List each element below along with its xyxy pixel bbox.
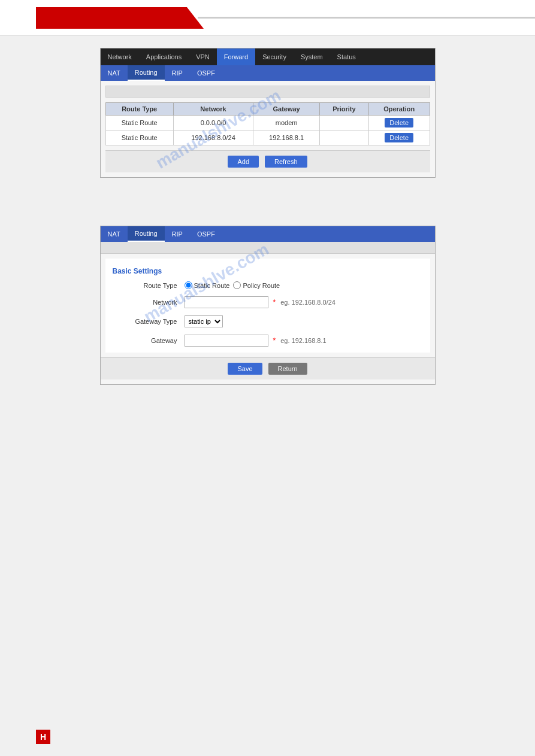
nav-security[interactable]: Security [255, 48, 294, 65]
refresh-button[interactable]: Refresh [265, 156, 307, 168]
gateway-hint: eg. 192.168.8.1 [280, 337, 326, 344]
nav-vpn[interactable]: VPN [189, 48, 217, 65]
add-route-panel: NAT Routing RIP OSPF Basic Settings Rout… [100, 226, 436, 385]
form-action-bar: Save Return [101, 357, 435, 379]
delete-button[interactable]: Delete [385, 118, 413, 127]
cell-operation: Delete [368, 130, 430, 145]
col-header-route-type: Route Type [105, 103, 173, 116]
panel-body: Route Type Network Gateway Priority Oper… [101, 81, 435, 177]
header [0, 0, 535, 36]
network-required: * [273, 298, 276, 306]
form-sub-navigation: NAT Routing RIP OSPF [101, 226, 435, 242]
cell-gateway: modem [253, 116, 320, 130]
routing-table-panel: Network Applications VPN Forward Securit… [100, 48, 436, 178]
radio-static-route-input[interactable] [185, 281, 192, 289]
radio-policy-route[interactable]: Policy Route [233, 281, 280, 289]
cell-network: 0.0.0.0/0 [173, 116, 253, 130]
subnav-routing[interactable]: Routing [128, 65, 165, 81]
return-button[interactable]: Return [268, 363, 307, 375]
cell-priority [319, 116, 368, 130]
route-table: Route Type Network Gateway Priority Oper… [105, 102, 430, 145]
form-row-route-type: Route Type Static Route Policy Route [105, 278, 430, 293]
add-button[interactable]: Add [228, 156, 259, 168]
nav-system[interactable]: System [294, 48, 330, 65]
form-section-title: Basic Settings [105, 261, 430, 278]
footer-logo: H [36, 730, 50, 744]
col-header-priority: Priority [319, 103, 368, 116]
label-route-type: Route Type [113, 282, 185, 289]
form-subnav-nat[interactable]: NAT [101, 226, 128, 242]
header-logo-bar [36, 7, 204, 29]
delete-button[interactable]: Delete [385, 133, 413, 142]
nav-status[interactable]: Status [330, 48, 363, 65]
nav-forward[interactable]: Forward [217, 48, 255, 65]
cell-route-type: Static Route [105, 130, 173, 145]
form-row-gateway-type: Gateway Type static ip [105, 312, 430, 331]
sub-navigation: NAT Routing RIP OSPF [101, 65, 435, 81]
col-header-gateway: Gateway [253, 103, 320, 116]
subnav-ospf[interactable]: OSPF [190, 65, 222, 81]
network-input[interactable] [185, 296, 268, 308]
form-filter-bar [101, 242, 435, 254]
nav-applications[interactable]: Applications [139, 48, 189, 65]
filter-bar [105, 86, 430, 98]
radio-policy-route-label: Policy Route [243, 282, 280, 289]
gateway-value: * eg. 192.168.8.1 [185, 335, 423, 347]
radio-policy-route-input[interactable] [233, 281, 241, 289]
gateway-type-value: static ip [185, 315, 423, 327]
save-button[interactable]: Save [228, 363, 262, 375]
form-subnav-routing[interactable]: Routing [128, 226, 165, 242]
gateway-type-select[interactable]: static ip [185, 315, 223, 327]
form-row-network: Network * eg. 192.168.8.0/24 [105, 293, 430, 312]
col-header-network: Network [173, 103, 253, 116]
subnav-nat[interactable]: NAT [101, 65, 128, 81]
form-body: Basic Settings Route Type Static Route [101, 242, 435, 384]
radio-static-route[interactable]: Static Route [185, 281, 230, 289]
cell-gateway: 192.168.8.1 [253, 130, 320, 145]
network-value: * eg. 192.168.8.0/24 [185, 296, 423, 308]
col-header-operation: Operation [368, 103, 430, 116]
cell-route-type: Static Route [105, 116, 173, 130]
top-navigation: Network Applications VPN Forward Securit… [101, 48, 435, 65]
header-divider [198, 17, 535, 19]
label-gateway: Gateway [113, 337, 185, 344]
cell-network: 192.168.8.0/24 [173, 130, 253, 145]
form-subnav-ospf[interactable]: OSPF [190, 226, 222, 242]
label-network: Network [113, 299, 185, 306]
nav-network[interactable]: Network [101, 48, 139, 65]
cell-priority [319, 130, 368, 145]
label-gateway-type: Gateway Type [113, 318, 185, 325]
table-row: Static Route0.0.0.0/0modemDelete [105, 116, 430, 130]
gateway-required: * [273, 336, 276, 345]
route-type-value: Static Route Policy Route [185, 281, 423, 289]
subnav-rip[interactable]: RIP [165, 65, 190, 81]
route-type-radio-group: Static Route Policy Route [185, 281, 280, 289]
table-action-bar: Add Refresh [105, 150, 430, 172]
cell-operation: Delete [368, 116, 430, 130]
network-hint: eg. 192.168.8.0/24 [280, 299, 335, 306]
form-row-gateway: Gateway * eg. 192.168.8.1 [105, 331, 430, 350]
logo-box: H [36, 730, 50, 744]
gateway-input[interactable] [185, 335, 268, 347]
form-subnav-rip[interactable]: RIP [165, 226, 190, 242]
table-row: Static Route192.168.8.0/24192.168.8.1Del… [105, 130, 430, 145]
radio-static-route-label: Static Route [194, 282, 230, 289]
form-inner: Basic Settings Route Type Static Route [105, 259, 430, 353]
